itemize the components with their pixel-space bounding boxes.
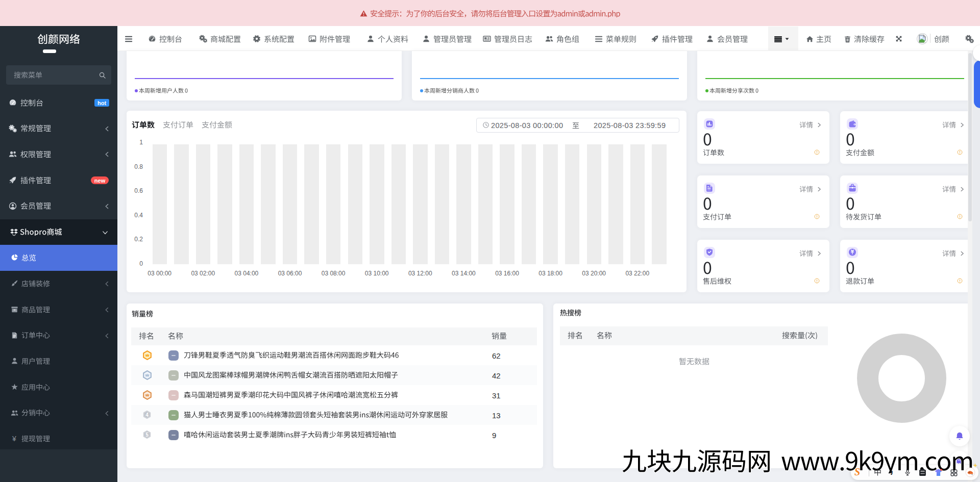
svg-text:4: 4 — [145, 412, 149, 418]
svg-text:5: 5 — [145, 432, 149, 438]
